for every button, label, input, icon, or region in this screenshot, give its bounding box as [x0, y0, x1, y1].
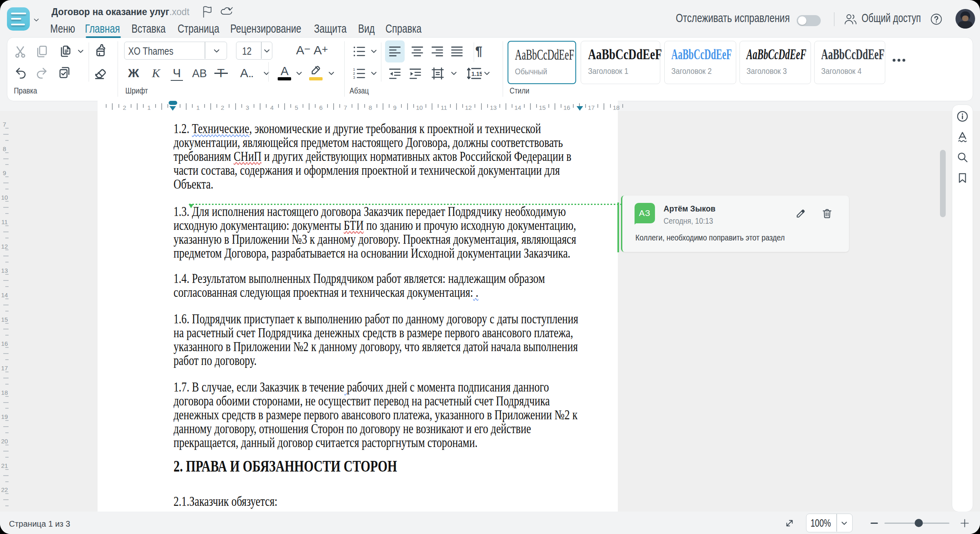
svg-text:1.15: 1.15: [472, 71, 482, 77]
svg-text:3: 3: [353, 76, 355, 80]
svg-text:2: 2: [353, 71, 355, 76]
svg-text:1: 1: [353, 67, 355, 71]
